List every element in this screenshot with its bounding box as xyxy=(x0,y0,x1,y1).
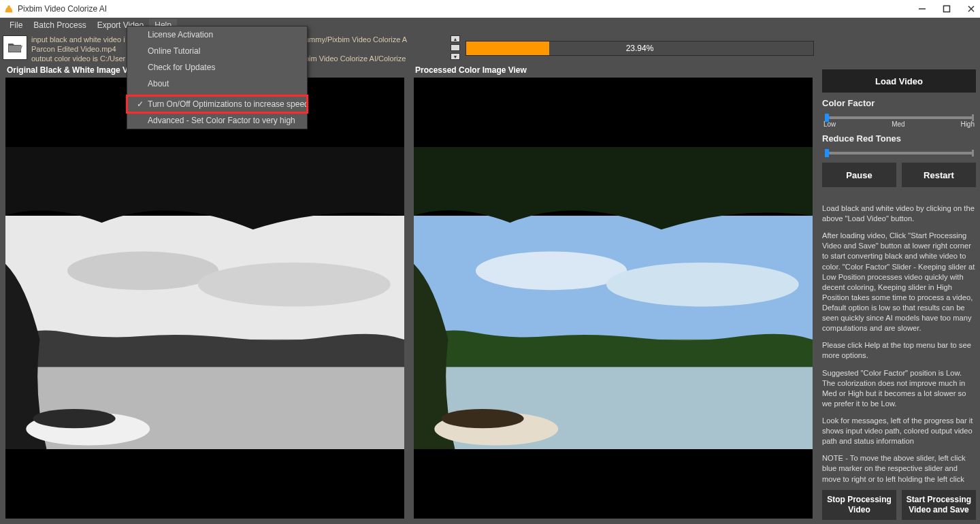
close-button[interactable] xyxy=(966,4,976,14)
window-title: Pixbim Video Colorize AI xyxy=(18,4,107,14)
svg-point-17 xyxy=(476,251,627,290)
stop-processing-button[interactable]: Stop ProcessingVideo xyxy=(822,490,896,520)
progress-text: 23.94% xyxy=(466,42,813,55)
folder-open-icon xyxy=(7,42,22,54)
spinner-control: ▲ ▼ xyxy=(451,35,460,60)
menu-file[interactable]: File xyxy=(4,19,28,31)
title-bar: Pixbim Video Colorize AI xyxy=(0,0,980,18)
help-dropdown: License Activation Online Tutorial Check… xyxy=(127,26,308,129)
help-paragraph: NOTE - To move the above slider, left cl… xyxy=(822,453,976,486)
menu-license-activation[interactable]: License Activation xyxy=(127,27,307,43)
reduce-red-label: Reduce Red Tones xyxy=(822,133,976,144)
side-panel: Load Video Color Factor Low Med High Red… xyxy=(818,64,980,524)
tick-high: High xyxy=(960,120,975,128)
help-paragraph: After loading video, Click "Start Proces… xyxy=(822,231,976,333)
start-processing-button[interactable]: Start ProcessingVideo and Save xyxy=(902,490,976,520)
app-logo-icon xyxy=(4,4,14,14)
original-view-column: Original Black & White Image View xyxy=(5,64,404,519)
tick-med: Med xyxy=(892,120,904,128)
original-image-view xyxy=(5,78,404,519)
menu-check-for-updates[interactable]: Check for Updates xyxy=(127,59,307,76)
spin-up-button[interactable]: ▲ xyxy=(451,35,460,42)
restart-button[interactable]: Restart xyxy=(902,163,976,187)
color-factor-label: Color Factor xyxy=(822,98,976,108)
help-paragraph: Suggested "Color Factor" position is Low… xyxy=(822,368,976,409)
menu-batch-process[interactable]: Batch Process xyxy=(28,19,91,31)
svg-point-13 xyxy=(33,409,115,428)
open-file-button[interactable] xyxy=(3,35,27,60)
menu-about[interactable]: About xyxy=(127,76,307,92)
processed-image-view xyxy=(414,78,813,519)
help-text: Load black and white video by clicking o… xyxy=(822,203,976,486)
spin-down-button[interactable]: ▼ xyxy=(451,53,460,60)
pause-button[interactable]: Pause xyxy=(822,163,896,187)
svg-point-22 xyxy=(441,409,523,428)
svg-point-18 xyxy=(606,262,799,306)
color-landscape-image xyxy=(414,147,813,450)
menu-advanced-color-factor[interactable]: Advanced - Set Color Factor to very high xyxy=(127,112,307,129)
output-path-info: ummy/Pixbim Video Colorize A bim Video C… xyxy=(305,35,448,61)
menu-online-tutorial[interactable]: Online Tutorial xyxy=(127,43,307,59)
load-video-button[interactable]: Load Video xyxy=(822,69,976,93)
svg-rect-2 xyxy=(944,6,950,12)
progress-wrap: 23.94% xyxy=(466,35,814,61)
minimize-button[interactable] xyxy=(917,4,927,14)
color-factor-slider[interactable]: Low Med High xyxy=(822,112,976,128)
svg-point-8 xyxy=(67,251,218,290)
maximize-button[interactable] xyxy=(942,4,951,14)
reduce-red-slider[interactable] xyxy=(822,148,976,156)
path-line: ummy/Pixbim Video Colorize A xyxy=(305,35,448,45)
menu-toggle-optimizations[interactable]: ✓Turn On/Off Optimizations to increase s… xyxy=(127,96,307,112)
help-paragraph: Load black and white video by clicking o… xyxy=(822,203,976,224)
help-paragraph: Please click Help at the top menu bar to… xyxy=(822,340,976,361)
spin-value xyxy=(451,44,460,51)
processed-view-title: Processed Color Image View xyxy=(414,64,813,78)
checkmark-icon: ✓ xyxy=(137,99,144,109)
processed-view-column: Processed Color Image View xyxy=(414,64,813,519)
bw-landscape-image xyxy=(5,147,404,450)
path-line: bim Video Colorize AI/Colorize xyxy=(305,54,448,62)
svg-point-0 xyxy=(7,5,10,8)
progress-bar: 23.94% xyxy=(466,41,814,56)
svg-point-9 xyxy=(198,262,391,306)
help-paragraph: Look for messages, left of the progress … xyxy=(822,416,976,446)
